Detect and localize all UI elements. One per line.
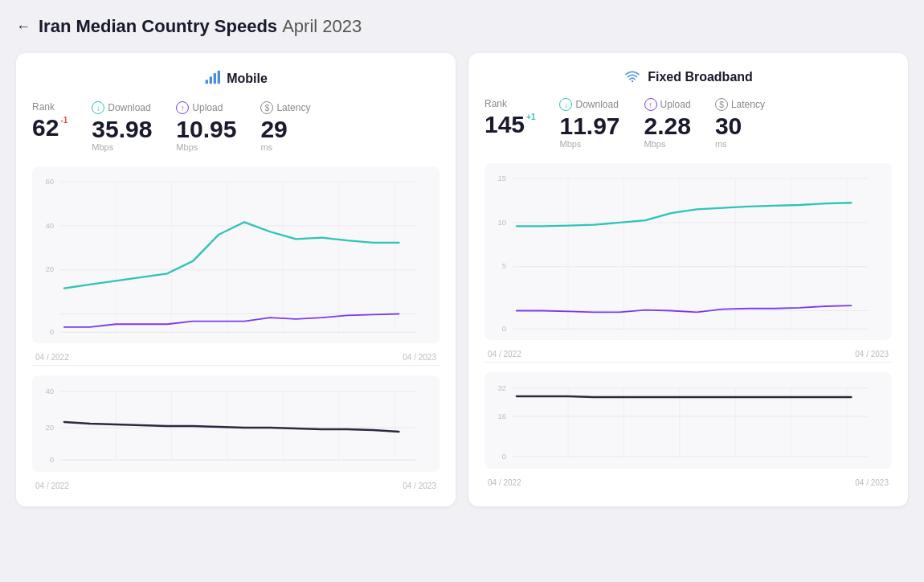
svg-text:20: 20: [46, 424, 55, 432]
mobile-stats-row: Rank 62 -1 ↓ Download 35.98 Mbps ↑ Uploa…: [32, 101, 440, 152]
svg-text:60: 60: [46, 178, 55, 186]
svg-text:10: 10: [498, 219, 507, 226]
svg-text:32: 32: [498, 384, 507, 392]
broadband-upload-icon: ↑: [644, 98, 657, 111]
page-title: Iran Median Country Speeds April 2023: [39, 16, 362, 37]
broadband-latency: $ Latency 30 ms: [715, 98, 765, 149]
svg-text:0: 0: [50, 456, 54, 464]
svg-text:15: 15: [498, 175, 507, 182]
svg-rect-3: [218, 71, 220, 84]
broadband-latency-icon: $: [715, 98, 728, 111]
back-button[interactable]: ←: [16, 18, 31, 35]
svg-rect-1: [210, 76, 212, 84]
broadband-rank: Rank 145 +1: [484, 98, 535, 137]
svg-text:16: 16: [498, 412, 507, 420]
svg-point-31: [632, 80, 633, 82]
svg-text:40: 40: [46, 222, 55, 229]
mobile-latency-x-labels: 04 / 2022 04 / 2023: [32, 482, 440, 490]
broadband-card-title: Fixed Broadband: [484, 69, 892, 85]
svg-rect-2: [214, 73, 216, 84]
broadband-icon: [623, 69, 641, 85]
broadband-upload: ↑ Upload 2.28 Mbps: [644, 98, 691, 149]
mobile-rank: Rank 62 -1: [32, 101, 67, 141]
mobile-speed-x-labels: 04 / 2022 04 / 2023: [32, 353, 440, 362]
mobile-card: Mobile Rank 62 -1 ↓ Download 35.98 Mbps: [16, 53, 456, 506]
page-header: ← Iran Median Country Speeds April 2023: [16, 16, 908, 37]
mobile-upload: ↑ Upload 10.95 Mbps: [176, 101, 236, 152]
svg-text:0: 0: [502, 453, 506, 461]
mobile-latency: $ Latency 29 ms: [260, 101, 310, 152]
latency-icon: $: [260, 101, 273, 114]
upload-icon: ↑: [176, 101, 189, 114]
cards-container: Mobile Rank 62 -1 ↓ Download 35.98 Mbps: [16, 53, 908, 506]
broadband-speed-chart: 15 10 5 0: [484, 163, 892, 340]
svg-text:0: 0: [50, 329, 54, 336]
svg-rect-0: [206, 80, 208, 84]
mobile-download: ↓ Download 35.98 Mbps: [92, 101, 152, 152]
broadband-latency-chart: 32 16 0: [484, 372, 892, 469]
svg-text:5: 5: [502, 263, 506, 270]
broadband-latency-x-labels: 04 / 2022 04 / 2023: [484, 478, 892, 487]
mobile-latency-chart: 40 20 0: [32, 375, 440, 472]
broadband-stats-row: Rank 145 +1 ↓ Download 11.97 Mbps ↑ Uplo…: [484, 98, 892, 149]
mobile-icon: [204, 69, 220, 88]
broadband-download: ↓ Download 11.97 Mbps: [559, 98, 619, 149]
mobile-speed-chart: 60 40 20 0: [32, 166, 440, 343]
broadband-speed-x-labels: 04 / 2022 04 / 2023: [484, 350, 892, 359]
broadband-download-icon: ↓: [559, 98, 572, 111]
svg-text:20: 20: [46, 266, 55, 273]
svg-text:0: 0: [502, 326, 506, 333]
download-icon: ↓: [92, 101, 104, 114]
svg-text:40: 40: [46, 387, 55, 396]
broadband-card: Fixed Broadband Rank 145 +1 ↓ Download 1…: [468, 53, 908, 506]
mobile-card-title: Mobile: [32, 69, 440, 88]
